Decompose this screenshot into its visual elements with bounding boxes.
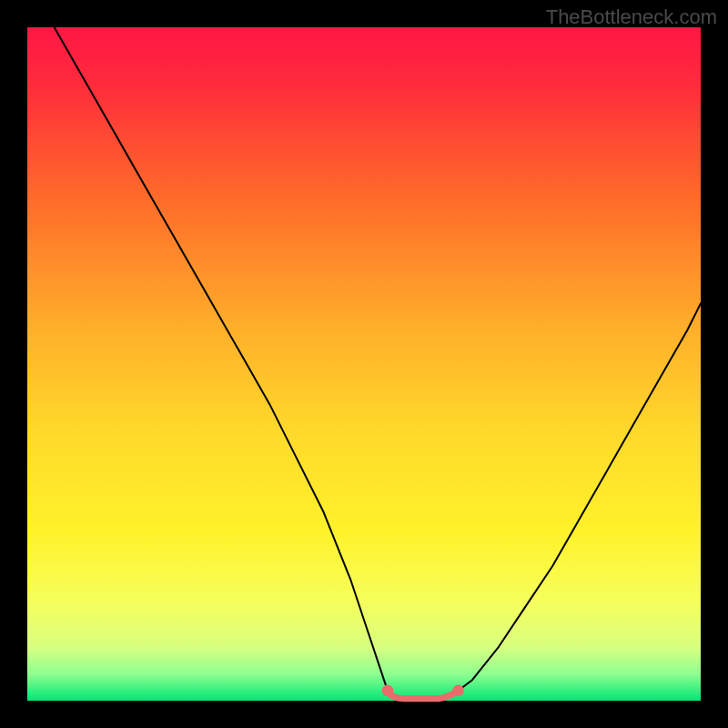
chart-svg	[0, 0, 728, 728]
watermark-text: TheBottleneck.com	[546, 5, 717, 29]
series-bottom-highlight-endpoint	[382, 685, 394, 697]
plot-background	[27, 27, 701, 701]
series-bottom-highlight-endpoint	[452, 685, 464, 697]
chart-container: TheBottleneck.com	[0, 0, 728, 728]
